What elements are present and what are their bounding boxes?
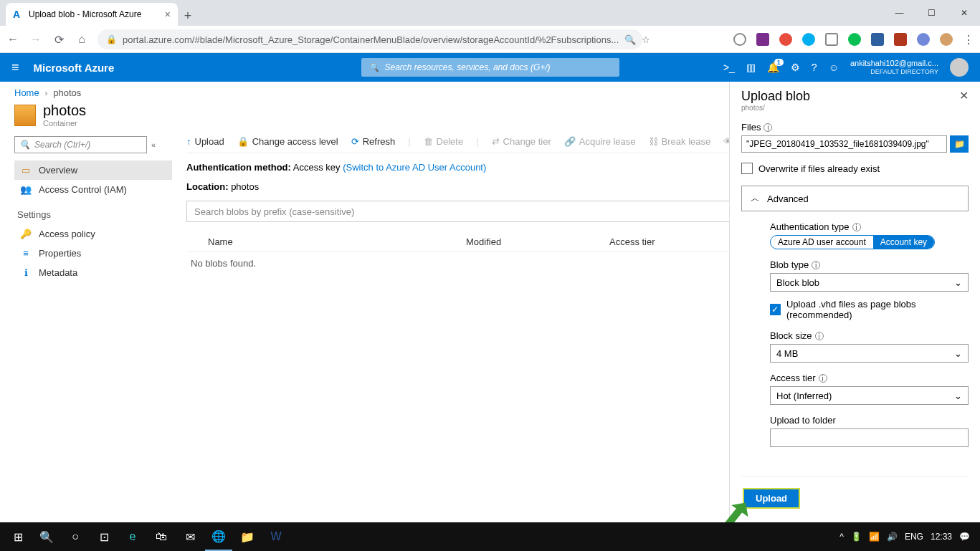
upload-button[interactable]: ↑Upload — [186, 136, 224, 147]
blob-type-select[interactable]: Block blob ⌄ — [770, 273, 969, 292]
browser-tab[interactable]: A Upload blob - Microsoft Azure × — [6, 3, 178, 26]
ext-icon[interactable] — [871, 33, 884, 46]
ext-icon[interactable] — [802, 33, 815, 46]
switch-auth-link[interactable]: (Switch to Azure AD User Account) — [343, 162, 486, 173]
avatar[interactable] — [950, 58, 969, 77]
url-bar[interactable]: 🔒 portal.azure.com/#blade/Microsoft_Azur… — [97, 29, 642, 49]
store-icon[interactable]: 🛍 — [148, 522, 175, 551]
profile-avatar[interactable] — [940, 33, 953, 46]
global-search[interactable]: 🔍 Search resources, services, and docs (… — [361, 58, 619, 77]
user-info[interactable]: ankitshahi102@gmail.c... DEFAULT DIRECTO… — [850, 59, 938, 76]
maximize-button[interactable]: ☐ — [915, 0, 948, 26]
taskview-icon[interactable]: ⊡ — [90, 522, 118, 551]
ext-icon[interactable] — [848, 33, 861, 46]
auth-azure-ad-option[interactable]: Azure AD user account — [771, 236, 873, 249]
tray-chevron-icon[interactable]: ^ — [839, 532, 844, 542]
notifications-icon[interactable]: 🔔1 — [767, 62, 779, 73]
sidebar-item-access-control[interactable]: 👥 Access Control (IAM) — [14, 180, 172, 199]
bookmark-icon[interactable]: ☆ — [642, 34, 650, 45]
info-icon[interactable]: i — [763, 123, 772, 132]
sidebar-item-properties[interactable]: ≡ Properties — [14, 244, 172, 263]
word-icon[interactable]: W — [262, 522, 290, 551]
cortana-icon[interactable]: ○ — [62, 522, 89, 551]
sidebar-item-metadata[interactable]: ℹ Metadata — [14, 263, 172, 282]
volume-icon[interactable]: 🔊 — [887, 532, 898, 542]
mail-icon[interactable]: ✉ — [176, 522, 204, 551]
hamburger-icon[interactable]: ≡ — [11, 60, 19, 75]
chrome-icon[interactable]: 🌐 — [205, 522, 232, 551]
sidebar-item-overview[interactable]: ▭ Overview — [14, 160, 172, 180]
change-access-button[interactable]: 🔒Change access level — [237, 136, 338, 147]
explorer-icon[interactable]: 📁 — [234, 522, 261, 551]
ext-icon[interactable] — [894, 33, 907, 46]
advanced-label: Advanced — [767, 193, 809, 204]
home-button[interactable]: ⌂ — [75, 33, 89, 46]
reload-button[interactable]: ⟳ — [52, 33, 66, 47]
close-icon[interactable]: × — [165, 9, 171, 20]
refresh-button[interactable]: ⟳Refresh — [351, 136, 396, 147]
page-subtitle: Container — [43, 119, 86, 128]
info-icon[interactable]: i — [852, 223, 861, 231]
auth-account-key-option[interactable]: Account key — [873, 236, 934, 249]
forward-button[interactable]: → — [29, 33, 43, 46]
lock-icon: 🔒 — [237, 136, 249, 147]
vhd-checkbox-row[interactable]: ✓ Upload .vhd files as page blobs (recom… — [770, 299, 969, 320]
ext-icon[interactable] — [825, 33, 838, 46]
battery-icon[interactable]: 🔋 — [851, 532, 862, 542]
overwrite-checkbox[interactable] — [741, 163, 753, 174]
back-button[interactable]: ← — [6, 33, 20, 46]
info-icon[interactable]: i — [812, 261, 820, 269]
action-center-icon[interactable]: 💬 — [959, 532, 970, 542]
overwrite-checkbox-row[interactable]: Overwrite if files already exist — [741, 163, 969, 174]
sidebar-item-access-policy[interactable]: 🔑 Access policy — [14, 224, 172, 244]
sidebar-item-label: Access policy — [39, 229, 95, 239]
files-input[interactable] — [741, 135, 947, 153]
block-size-label: Block size i — [770, 330, 969, 341]
change-tier-button: ⇄Change tier — [492, 136, 551, 147]
ext-icon[interactable] — [756, 33, 769, 46]
ext-icon[interactable] — [779, 33, 792, 46]
iam-icon: 👥 — [20, 184, 32, 195]
address-bar: ← → ⟳ ⌂ 🔒 portal.azure.com/#blade/Micros… — [0, 26, 980, 53]
clock[interactable]: 12:33 — [931, 532, 952, 542]
access-tier-select[interactable]: Hot (Inferred) ⌄ — [770, 386, 969, 405]
directory-icon[interactable]: ▥ — [746, 62, 756, 73]
edge-icon[interactable]: e — [119, 522, 146, 551]
user-email: ankitshahi102@gmail.c... — [850, 59, 938, 68]
ext-icon[interactable] — [917, 33, 930, 46]
browse-files-button[interactable]: 📁 — [950, 135, 969, 153]
settings-icon[interactable]: ⚙ — [791, 62, 800, 73]
label: Authentication method: — [186, 162, 291, 173]
trash-icon: 🗑 — [424, 136, 433, 147]
wifi-icon[interactable]: 📶 — [869, 532, 880, 542]
breadcrumb-home[interactable]: Home — [14, 87, 39, 98]
minimize-button[interactable]: — — [883, 0, 915, 26]
vhd-checkbox[interactable]: ✓ — [770, 304, 781, 315]
block-size-select[interactable]: 4 MB ⌄ — [770, 344, 969, 363]
ext-icon[interactable] — [733, 33, 746, 46]
advanced-toggle[interactable]: ︿ Advanced — [741, 186, 969, 211]
sidebar-search[interactable]: 🔍 Search (Ctrl+/) — [14, 136, 147, 153]
search-icon: 🔍 — [368, 62, 379, 72]
azure-brand[interactable]: Microsoft Azure — [34, 62, 115, 74]
new-tab-button[interactable]: + — [178, 6, 198, 26]
auth-type-toggle[interactable]: Azure AD user account Account key — [770, 235, 935, 249]
close-window-button[interactable]: ✕ — [948, 0, 980, 26]
search-icon[interactable]: 🔍 — [33, 522, 60, 551]
info-icon[interactable]: i — [819, 374, 827, 383]
start-button[interactable]: ⊞ — [4, 522, 32, 551]
search-in-page-icon[interactable]: 🔍 — [624, 34, 636, 45]
feedback-icon[interactable]: ☺ — [829, 62, 839, 73]
help-icon[interactable]: ? — [812, 62, 817, 73]
collapse-icon[interactable]: « — [151, 140, 156, 149]
menu-icon[interactable]: ⋮ — [963, 33, 974, 47]
cloud-shell-icon[interactable]: >_ — [723, 62, 735, 73]
sidebar: 🔍 Search (Ctrl+/) « ▭ Overview 👥 Access … — [14, 136, 172, 282]
th-name[interactable]: Name — [186, 236, 466, 247]
close-panel-button[interactable]: ✕ — [959, 89, 969, 102]
upload-folder-input[interactable] — [770, 428, 969, 447]
lang-indicator[interactable]: ENG — [905, 532, 923, 542]
search-icon: 🔍 — [19, 140, 30, 150]
th-modified[interactable]: Modified — [466, 236, 609, 247]
info-icon[interactable]: i — [815, 332, 824, 340]
